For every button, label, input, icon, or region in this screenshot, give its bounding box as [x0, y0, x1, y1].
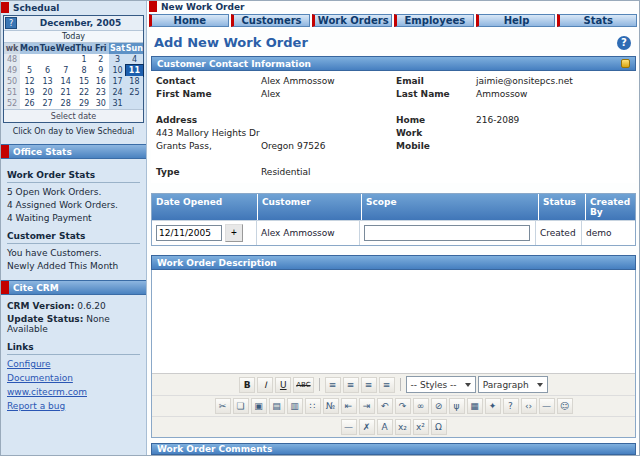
paste-icon[interactable]: ▣ — [251, 398, 267, 414]
editor-help-icon[interactable]: ? — [503, 398, 519, 414]
calendar-day[interactable]: 25 — [126, 87, 143, 98]
calendar-day[interactable]: 26 — [20, 98, 39, 109]
update-status-label: Update Status: — [7, 314, 83, 324]
align-justify-button[interactable]: ≡ — [379, 377, 395, 393]
undo-icon[interactable]: ↶ — [377, 398, 393, 414]
cut-icon[interactable]: ✂ — [215, 398, 231, 414]
horizontal-rule-icon[interactable]: — — [341, 419, 357, 435]
calendar-day[interactable]: 17 — [109, 76, 126, 87]
styles-dropdown[interactable]: -- Styles -- — [406, 376, 476, 393]
calendar-day[interactable]: 1 — [76, 54, 93, 65]
calendar-day[interactable]: 10 — [109, 65, 126, 76]
source-code-icon[interactable]: ‹› — [521, 398, 537, 414]
nav-customers[interactable]: Customers — [231, 14, 311, 27]
update-status-line: Update Status: None Available — [7, 314, 140, 334]
format-dropdown[interactable]: Paragraph — [478, 376, 548, 393]
superscript-icon[interactable]: x² — [413, 419, 429, 435]
calendar-day[interactable]: 15 — [76, 76, 93, 87]
calendar-day[interactable]: 19 — [20, 87, 39, 98]
insert-link-icon[interactable]: ∞ — [413, 398, 429, 414]
calendar-day[interactable]: 13 — [39, 76, 56, 87]
link-citecrm-website[interactable]: www.citecrm.com — [7, 387, 140, 397]
calendar-day[interactable]: 18 — [126, 76, 143, 87]
editor-text-area[interactable] — [152, 270, 635, 374]
underline-button[interactable]: U — [275, 377, 291, 393]
nav-stats[interactable]: Stats — [557, 14, 637, 27]
visual-aid-icon[interactable]: A — [377, 419, 393, 435]
calendar-day[interactable]: 23 — [92, 87, 109, 98]
schedule-section-header: Schedual — [1, 1, 146, 14]
calendar-day[interactable]: 27 — [39, 98, 56, 109]
red-accent-icon — [149, 1, 157, 12]
format-dropdown-value: Paragraph — [483, 380, 529, 390]
remove-link-icon[interactable]: ⊘ — [431, 398, 447, 414]
scope-input[interactable] — [364, 225, 530, 241]
calendar-help-button[interactable]: ? — [5, 17, 17, 29]
paste-as-text-icon[interactable]: ▤ — [269, 398, 285, 414]
calendar-day[interactable]: 2 — [92, 54, 109, 65]
calendar-day[interactable]: 5 — [20, 65, 39, 76]
calendar-day[interactable]: 20 — [39, 87, 56, 98]
align-center-button[interactable]: ≡ — [343, 377, 359, 393]
nav-help[interactable]: Help — [476, 14, 556, 27]
calendar-day[interactable]: 9 — [92, 65, 109, 76]
calendar-day[interactable]: 24 — [109, 87, 126, 98]
calendar-day[interactable]: 12 — [20, 76, 39, 87]
link-documentation[interactable]: Documentaion — [7, 373, 140, 383]
calendar-day[interactable]: 28 — [56, 98, 76, 109]
calendar-day[interactable]: 29 — [76, 98, 93, 109]
calendar-day[interactable]: 8 — [76, 65, 93, 76]
calendar-day[interactable]: 31 — [109, 98, 126, 109]
created-by-cell: demo — [582, 220, 635, 245]
italic-button[interactable]: I — [257, 377, 273, 393]
toolbar-separator — [400, 378, 401, 391]
bold-button[interactable]: B — [239, 377, 255, 393]
date-opened-input[interactable] — [156, 225, 222, 241]
special-char-icon[interactable]: Ω — [431, 419, 447, 435]
calendar-day[interactable] — [56, 54, 76, 65]
date-picker-button[interactable]: + — [225, 224, 243, 242]
first-name-label: First Name — [156, 89, 261, 99]
nav-work-orders[interactable]: Work Orders — [312, 14, 392, 27]
cleanup-icon[interactable]: ✦ — [485, 398, 501, 414]
insert-image-icon[interactable]: ▦ — [467, 398, 483, 414]
calendar-day[interactable]: 6 — [39, 65, 56, 76]
nav-employees[interactable]: Employees — [394, 14, 474, 27]
nav-home[interactable]: Home — [149, 14, 229, 27]
calendar-day[interactable] — [126, 98, 143, 109]
calendar-day[interactable]: 16 — [92, 76, 109, 87]
calendar-day[interactable]: 14 — [56, 76, 76, 87]
help-icon[interactable]: ? — [617, 36, 631, 50]
calendar-day[interactable]: 4 — [126, 54, 143, 65]
calendar-week-number: 48 — [4, 54, 20, 65]
emoticons-icon[interactable]: ☺ — [557, 398, 573, 414]
calendar-day[interactable]: 22 — [76, 87, 93, 98]
insert-hr-icon[interactable]: — — [539, 398, 555, 414]
paste-from-word-icon[interactable]: ▥ — [287, 398, 303, 414]
calendar-day[interactable]: 21 — [56, 87, 76, 98]
numbered-list-icon[interactable]: № — [323, 398, 339, 414]
sidebar: Schedual ? December, 2005 Today wk Mon T… — [1, 1, 147, 455]
bullet-list-icon[interactable]: ∷ — [305, 398, 321, 414]
indent-icon[interactable]: ⇥ — [359, 398, 375, 414]
remove-format-icon[interactable]: ✗ — [359, 419, 375, 435]
calendar-month-label: December, 2005 — [18, 18, 143, 28]
redo-icon[interactable]: ↷ — [395, 398, 411, 414]
subscript-icon[interactable]: x₂ — [395, 419, 411, 435]
calendar-day[interactable]: 7 — [56, 65, 76, 76]
link-report-bug[interactable]: Report a bug — [7, 401, 140, 411]
copy-icon[interactable]: ❏ — [233, 398, 249, 414]
calendar-today-button[interactable]: Today — [4, 31, 143, 43]
calendar-day[interactable]: 30 — [92, 98, 109, 109]
link-configure[interactable]: Configure — [7, 359, 140, 369]
align-right-button[interactable]: ≡ — [361, 377, 377, 393]
align-left-button[interactable]: ≡ — [325, 377, 341, 393]
calendar-day-selected[interactable]: 11 — [126, 65, 143, 76]
calendar-day[interactable] — [20, 54, 39, 65]
work-order-stat: 4 Assigned Work Orders. — [7, 200, 140, 210]
calendar-day[interactable] — [39, 54, 56, 65]
strikethrough-button[interactable]: ABC — [293, 377, 313, 393]
calendar-day[interactable]: 3 — [109, 54, 126, 65]
anchor-icon[interactable]: ψ — [449, 398, 465, 414]
outdent-icon[interactable]: ⇤ — [341, 398, 357, 414]
